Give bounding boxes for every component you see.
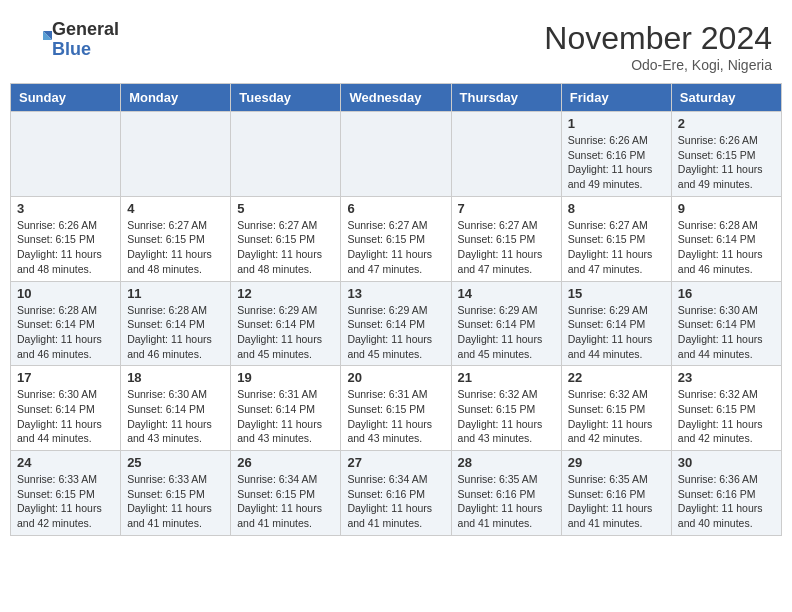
table-row: 18Sunrise: 6:30 AMSunset: 6:14 PMDayligh…	[121, 366, 231, 451]
day-info: Sunrise: 6:34 AMSunset: 6:16 PMDaylight:…	[347, 472, 444, 531]
table-row: 24Sunrise: 6:33 AMSunset: 6:15 PMDayligh…	[11, 451, 121, 536]
day-number: 17	[17, 370, 114, 385]
col-header-monday: Monday	[121, 84, 231, 112]
table-row	[121, 112, 231, 197]
table-row: 17Sunrise: 6:30 AMSunset: 6:14 PMDayligh…	[11, 366, 121, 451]
table-row: 3Sunrise: 6:26 AMSunset: 6:15 PMDaylight…	[11, 196, 121, 281]
table-row: 28Sunrise: 6:35 AMSunset: 6:16 PMDayligh…	[451, 451, 561, 536]
table-row: 8Sunrise: 6:27 AMSunset: 6:15 PMDaylight…	[561, 196, 671, 281]
day-number: 23	[678, 370, 775, 385]
day-number: 13	[347, 286, 444, 301]
day-number: 25	[127, 455, 224, 470]
day-info: Sunrise: 6:27 AMSunset: 6:15 PMDaylight:…	[347, 218, 444, 277]
table-row: 21Sunrise: 6:32 AMSunset: 6:15 PMDayligh…	[451, 366, 561, 451]
day-info: Sunrise: 6:36 AMSunset: 6:16 PMDaylight:…	[678, 472, 775, 531]
table-row	[231, 112, 341, 197]
day-info: Sunrise: 6:29 AMSunset: 6:14 PMDaylight:…	[568, 303, 665, 362]
col-header-wednesday: Wednesday	[341, 84, 451, 112]
table-row: 14Sunrise: 6:29 AMSunset: 6:14 PMDayligh…	[451, 281, 561, 366]
table-row: 25Sunrise: 6:33 AMSunset: 6:15 PMDayligh…	[121, 451, 231, 536]
day-info: Sunrise: 6:32 AMSunset: 6:15 PMDaylight:…	[678, 387, 775, 446]
day-number: 5	[237, 201, 334, 216]
day-info: Sunrise: 6:28 AMSunset: 6:14 PMDaylight:…	[678, 218, 775, 277]
day-number: 7	[458, 201, 555, 216]
day-number: 18	[127, 370, 224, 385]
title-section: November 2024 Odo-Ere, Kogi, Nigeria	[544, 20, 772, 73]
table-row	[11, 112, 121, 197]
day-info: Sunrise: 6:33 AMSunset: 6:15 PMDaylight:…	[127, 472, 224, 531]
day-info: Sunrise: 6:32 AMSunset: 6:15 PMDaylight:…	[568, 387, 665, 446]
day-number: 26	[237, 455, 334, 470]
col-header-friday: Friday	[561, 84, 671, 112]
day-info: Sunrise: 6:33 AMSunset: 6:15 PMDaylight:…	[17, 472, 114, 531]
table-row	[451, 112, 561, 197]
col-header-thursday: Thursday	[451, 84, 561, 112]
day-number: 1	[568, 116, 665, 131]
calendar-week-row: 24Sunrise: 6:33 AMSunset: 6:15 PMDayligh…	[11, 451, 782, 536]
day-number: 12	[237, 286, 334, 301]
calendar-week-row: 10Sunrise: 6:28 AMSunset: 6:14 PMDayligh…	[11, 281, 782, 366]
day-number: 3	[17, 201, 114, 216]
page-header: General Blue November 2024 Odo-Ere, Kogi…	[10, 10, 782, 78]
table-row: 20Sunrise: 6:31 AMSunset: 6:15 PMDayligh…	[341, 366, 451, 451]
day-info: Sunrise: 6:31 AMSunset: 6:14 PMDaylight:…	[237, 387, 334, 446]
table-row: 22Sunrise: 6:32 AMSunset: 6:15 PMDayligh…	[561, 366, 671, 451]
day-info: Sunrise: 6:28 AMSunset: 6:14 PMDaylight:…	[127, 303, 224, 362]
day-info: Sunrise: 6:35 AMSunset: 6:16 PMDaylight:…	[568, 472, 665, 531]
day-info: Sunrise: 6:27 AMSunset: 6:15 PMDaylight:…	[127, 218, 224, 277]
day-number: 28	[458, 455, 555, 470]
table-row: 23Sunrise: 6:32 AMSunset: 6:15 PMDayligh…	[671, 366, 781, 451]
table-row: 1Sunrise: 6:26 AMSunset: 6:16 PMDaylight…	[561, 112, 671, 197]
day-info: Sunrise: 6:29 AMSunset: 6:14 PMDaylight:…	[237, 303, 334, 362]
table-row: 10Sunrise: 6:28 AMSunset: 6:14 PMDayligh…	[11, 281, 121, 366]
day-info: Sunrise: 6:27 AMSunset: 6:15 PMDaylight:…	[237, 218, 334, 277]
day-info: Sunrise: 6:34 AMSunset: 6:15 PMDaylight:…	[237, 472, 334, 531]
calendar-week-row: 1Sunrise: 6:26 AMSunset: 6:16 PMDaylight…	[11, 112, 782, 197]
table-row: 26Sunrise: 6:34 AMSunset: 6:15 PMDayligh…	[231, 451, 341, 536]
day-number: 11	[127, 286, 224, 301]
table-row: 9Sunrise: 6:28 AMSunset: 6:14 PMDaylight…	[671, 196, 781, 281]
day-number: 10	[17, 286, 114, 301]
day-info: Sunrise: 6:30 AMSunset: 6:14 PMDaylight:…	[678, 303, 775, 362]
logo-icon	[22, 25, 52, 55]
day-info: Sunrise: 6:26 AMSunset: 6:15 PMDaylight:…	[17, 218, 114, 277]
day-number: 4	[127, 201, 224, 216]
logo-blue-text: Blue	[52, 40, 119, 60]
table-row: 30Sunrise: 6:36 AMSunset: 6:16 PMDayligh…	[671, 451, 781, 536]
table-row: 2Sunrise: 6:26 AMSunset: 6:15 PMDaylight…	[671, 112, 781, 197]
table-row: 16Sunrise: 6:30 AMSunset: 6:14 PMDayligh…	[671, 281, 781, 366]
calendar-header-row: SundayMondayTuesdayWednesdayThursdayFrid…	[11, 84, 782, 112]
day-number: 6	[347, 201, 444, 216]
table-row: 29Sunrise: 6:35 AMSunset: 6:16 PMDayligh…	[561, 451, 671, 536]
day-info: Sunrise: 6:35 AMSunset: 6:16 PMDaylight:…	[458, 472, 555, 531]
day-number: 27	[347, 455, 444, 470]
day-number: 30	[678, 455, 775, 470]
day-number: 16	[678, 286, 775, 301]
day-info: Sunrise: 6:26 AMSunset: 6:16 PMDaylight:…	[568, 133, 665, 192]
logo-general-text: General	[52, 20, 119, 40]
day-number: 29	[568, 455, 665, 470]
logo-text: General Blue	[52, 20, 119, 60]
day-number: 9	[678, 201, 775, 216]
calendar-table: SundayMondayTuesdayWednesdayThursdayFrid…	[10, 83, 782, 536]
day-info: Sunrise: 6:32 AMSunset: 6:15 PMDaylight:…	[458, 387, 555, 446]
calendar-week-row: 17Sunrise: 6:30 AMSunset: 6:14 PMDayligh…	[11, 366, 782, 451]
table-row: 12Sunrise: 6:29 AMSunset: 6:14 PMDayligh…	[231, 281, 341, 366]
table-row: 13Sunrise: 6:29 AMSunset: 6:14 PMDayligh…	[341, 281, 451, 366]
day-number: 24	[17, 455, 114, 470]
day-number: 22	[568, 370, 665, 385]
day-number: 21	[458, 370, 555, 385]
day-info: Sunrise: 6:26 AMSunset: 6:15 PMDaylight:…	[678, 133, 775, 192]
month-title: November 2024	[544, 20, 772, 57]
calendar-week-row: 3Sunrise: 6:26 AMSunset: 6:15 PMDaylight…	[11, 196, 782, 281]
table-row	[341, 112, 451, 197]
table-row: 27Sunrise: 6:34 AMSunset: 6:16 PMDayligh…	[341, 451, 451, 536]
day-info: Sunrise: 6:27 AMSunset: 6:15 PMDaylight:…	[568, 218, 665, 277]
table-row: 19Sunrise: 6:31 AMSunset: 6:14 PMDayligh…	[231, 366, 341, 451]
day-info: Sunrise: 6:30 AMSunset: 6:14 PMDaylight:…	[17, 387, 114, 446]
day-info: Sunrise: 6:27 AMSunset: 6:15 PMDaylight:…	[458, 218, 555, 277]
location-text: Odo-Ere, Kogi, Nigeria	[544, 57, 772, 73]
day-info: Sunrise: 6:29 AMSunset: 6:14 PMDaylight:…	[458, 303, 555, 362]
table-row: 5Sunrise: 6:27 AMSunset: 6:15 PMDaylight…	[231, 196, 341, 281]
day-number: 19	[237, 370, 334, 385]
